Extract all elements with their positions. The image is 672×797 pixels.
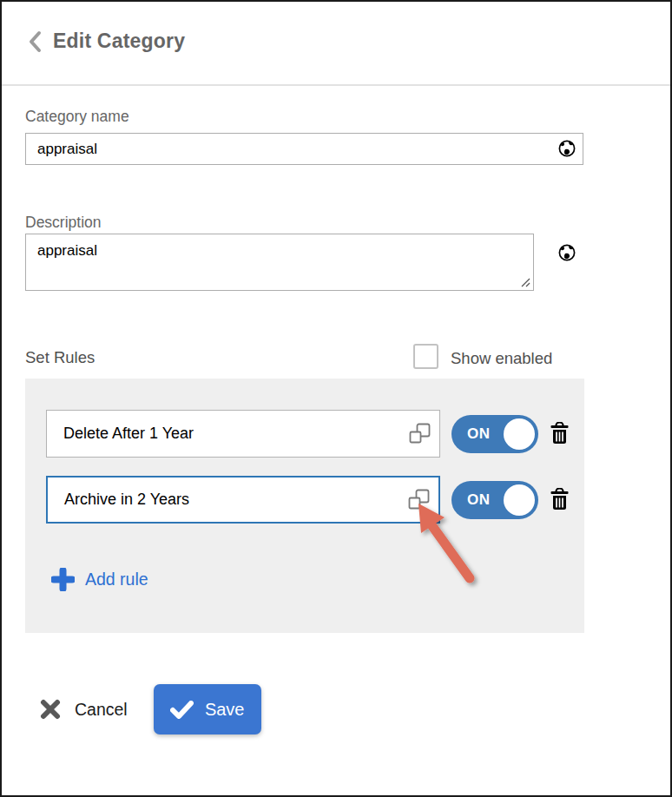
action-bar: Cancel Save [40, 684, 261, 734]
description-label: Description [25, 214, 102, 232]
duplicate-icon[interactable] [409, 423, 431, 445]
save-button[interactable]: Save [154, 684, 261, 734]
globe-icon[interactable] [558, 140, 576, 157]
trash-icon[interactable] [550, 422, 570, 445]
page-title: Edit Category [53, 30, 185, 53]
set-rules-label: Set Rules [25, 348, 95, 367]
globe-icon[interactable] [558, 244, 576, 261]
trash-icon[interactable] [550, 488, 570, 511]
edit-category-panel: Edit Category Category name Description … [0, 0, 672, 797]
back-chevron-icon[interactable] [28, 30, 42, 53]
toggle-on-label: ON [467, 491, 491, 509]
cancel-label: Cancel [75, 700, 128, 720]
category-name-field-wrap [25, 133, 583, 165]
rule-row: Delete After 1 Year ON [46, 410, 570, 458]
rule-name-box[interactable]: Delete After 1 Year [46, 410, 440, 458]
toggle-knob [504, 484, 535, 516]
rule-toggle[interactable]: ON [451, 481, 538, 519]
rules-panel: Delete After 1 Year ON [25, 379, 584, 633]
x-icon [40, 699, 61, 720]
rule-name-box-focused[interactable]: Archive in 2 Years [46, 476, 440, 524]
cancel-button[interactable]: Cancel [40, 699, 128, 720]
rule-row: Archive in 2 Years ON [46, 476, 570, 524]
show-enabled-checkbox[interactable] [413, 344, 438, 369]
description-textarea[interactable]: appraisal [25, 234, 534, 291]
toggle-on-label: ON [467, 425, 491, 443]
show-enabled-label: Show enabled [451, 349, 552, 368]
header: Edit Category [28, 30, 185, 53]
rule-toggle[interactable]: ON [451, 415, 538, 453]
save-label: Save [205, 700, 245, 720]
duplicate-icon[interactable] [408, 489, 430, 511]
toggle-knob [504, 418, 535, 450]
checkmark-icon [170, 701, 194, 719]
rule-name: Archive in 2 Years [48, 491, 189, 509]
header-divider [2, 84, 670, 86]
add-rule-label: Add rule [85, 570, 148, 590]
resize-handle[interactable] [519, 276, 531, 288]
rule-name: Delete After 1 Year [47, 425, 194, 443]
description-field-wrap: appraisal [25, 234, 534, 291]
plus-icon [51, 568, 75, 591]
add-rule-button[interactable]: Add rule [51, 568, 148, 591]
category-name-label: Category name [25, 108, 129, 126]
category-name-input[interactable] [25, 133, 583, 165]
